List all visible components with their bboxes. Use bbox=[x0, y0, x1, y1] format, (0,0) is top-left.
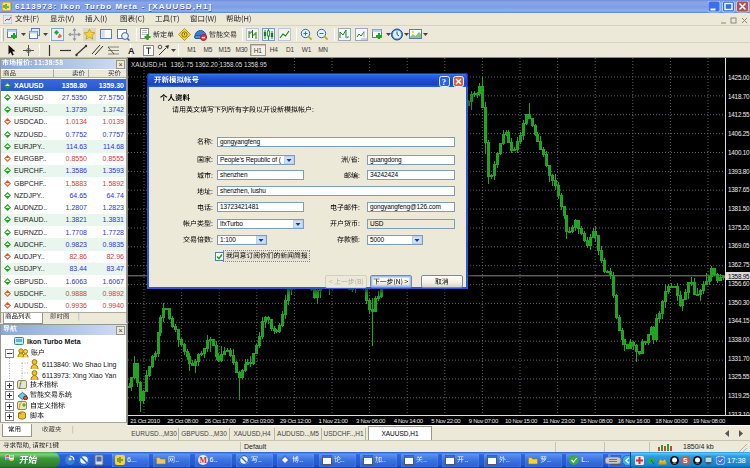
svg-text:M: M bbox=[199, 456, 207, 465]
svg-text:S: S bbox=[683, 457, 688, 464]
svg-text:?: ? bbox=[442, 76, 446, 86]
